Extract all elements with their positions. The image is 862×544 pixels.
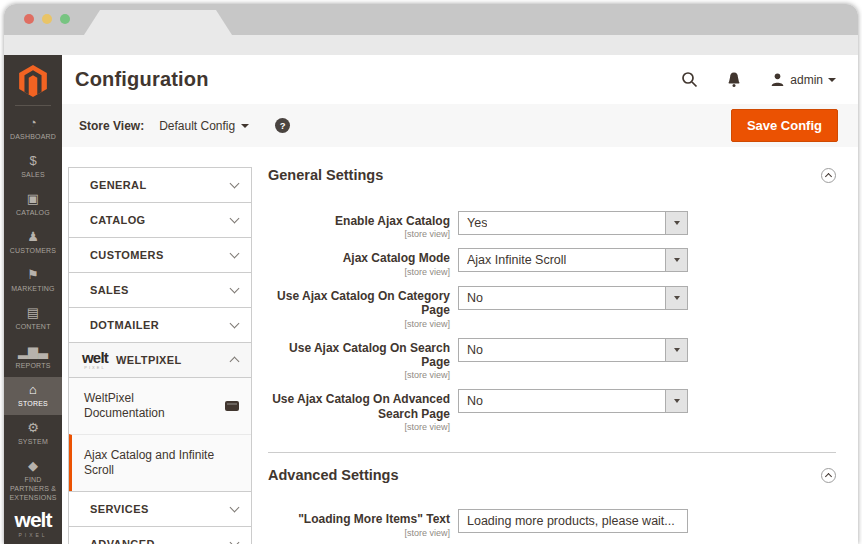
field-row: Enable Ajax Catalog [store view] Yes [268, 211, 836, 239]
layout-icon: ▤ [27, 306, 39, 320]
config-nav-advanced[interactable]: ADVANCED [69, 527, 251, 544]
select-use-ajax-catalog-on-category-page[interactable]: No [458, 286, 688, 310]
config-nav-sales[interactable]: SALES [69, 273, 251, 308]
chevron-icon [230, 179, 240, 189]
sidebar-item-marketing[interactable]: ⚑ MARKETING [4, 262, 62, 300]
config-nav-dotmailer[interactable]: DOTMAILER [69, 308, 251, 343]
browser-window: ◔ DASHBOARD $ SALES ▣ CATALOG ♟ CUSTOMER… [4, 4, 858, 544]
dropdown-caret-button[interactable] [665, 212, 687, 234]
collapse-section-button[interactable] [821, 468, 836, 483]
select-ajax-catalog-mode[interactable]: Ajax Infinite Scroll [458, 248, 688, 272]
dropdown-caret-button[interactable] [665, 339, 687, 361]
field-scope: [store view] [268, 267, 450, 277]
traffic-close[interactable] [24, 14, 34, 24]
config-nav: GENERAL CATALOG CUSTOMERS [68, 167, 252, 544]
notifications-bell-icon[interactable] [726, 71, 742, 88]
field-row: Ajax Catalog Mode [store view] Ajax Infi… [268, 248, 836, 276]
config-nav-weltpixel-documentation[interactable]: WeltPixel Documentation [69, 378, 251, 434]
caret-down-icon [674, 258, 680, 262]
chevron-up-icon [825, 473, 832, 480]
video-icon [225, 401, 239, 411]
sidebar-nav: ◔ DASHBOARD $ SALES ▣ CATALOG ♟ CUSTOMER… [4, 110, 62, 509]
magento-admin: ◔ DASHBOARD $ SALES ▣ CATALOG ♟ CUSTOMER… [4, 55, 858, 544]
chevron-icon [230, 319, 240, 329]
gauge-icon: ◔ [29, 116, 37, 130]
chevron-icon [230, 284, 240, 294]
field-row: Use Ajax Catalog On Category Page [store… [268, 286, 836, 329]
search-icon[interactable] [681, 71, 698, 88]
storefront-icon: ⌂ [29, 383, 37, 397]
chevron-icon [230, 357, 240, 367]
config-nav-catalog[interactable]: CATALOG [69, 203, 251, 238]
field-scope: [store view] [268, 229, 450, 239]
select-value: No [467, 291, 483, 305]
dollar-icon: $ [29, 154, 36, 168]
sidebar-item-dashboard[interactable]: ◔ DASHBOARD [4, 110, 62, 148]
traffic-minimize[interactable] [42, 14, 52, 24]
field-row: Use Ajax Catalog On Advanced Search Page… [268, 389, 836, 432]
admin-username: admin [790, 73, 823, 87]
sidebar-item-find-partners[interactable]: ◆ FIND PARTNERS & EXTENSIONS [4, 453, 62, 509]
field-label: "Loading More Items" Text [268, 512, 450, 526]
dropdown-caret-button[interactable] [665, 390, 687, 412]
caret-down-icon [674, 348, 680, 352]
page-body: GENERAL CATALOG CUSTOMERS [62, 147, 858, 544]
traffic-maximize[interactable] [60, 14, 70, 24]
config-nav-general[interactable]: GENERAL [69, 168, 251, 203]
sidebar-item-catalog[interactable]: ▣ CATALOG [4, 186, 62, 224]
sidebar-item-customers[interactable]: ♟ CUSTOMERS [4, 224, 62, 262]
settings-panel: General Settings Enable Ajax Catalog [st… [268, 167, 844, 544]
collapse-section-button[interactable] [821, 168, 836, 183]
magento-logo-icon[interactable] [19, 65, 47, 97]
chevron-down-icon [828, 78, 836, 82]
screenshot: ◔ DASHBOARD $ SALES ▣ CATALOG ♟ CUSTOMER… [0, 0, 862, 544]
sidebar-item-sales[interactable]: $ SALES [4, 148, 62, 186]
section-general-settings: General Settings Enable Ajax Catalog [st… [268, 167, 836, 432]
sidebar-item-content[interactable]: ▤ CONTENT [4, 300, 62, 338]
chevron-icon [230, 214, 240, 224]
field-label: Use Ajax Catalog On Search Page [268, 341, 450, 370]
select-value: Ajax Infinite Scroll [467, 253, 566, 267]
browser-titlebar [4, 4, 858, 35]
person-icon: ♟ [27, 230, 39, 244]
page-actions-toolbar: Store View: Default Config ? Save Config [62, 104, 858, 147]
chevron-down-icon [241, 124, 249, 128]
field-scope: [store view] [268, 528, 450, 538]
admin-sidebar: ◔ DASHBOARD $ SALES ▣ CATALOG ♟ CUSTOMER… [4, 55, 62, 544]
browser-tab[interactable] [84, 10, 232, 35]
sidebar-item-stores[interactable]: ⌂ STORES [4, 377, 62, 415]
field-scope: [store view] [268, 370, 450, 380]
sidebar-item-reports[interactable]: ▂▆▃ REPORTS [4, 339, 62, 377]
select-use-ajax-catalog-on-advanced-search-page[interactable]: No [458, 389, 688, 413]
main-panel: Configuration [62, 55, 858, 544]
dropdown-caret-button[interactable] [665, 249, 687, 271]
sidebar-item-system[interactable]: ⚙ SYSTEM [4, 415, 62, 453]
section-title: General Settings [268, 167, 383, 183]
select-value: No [467, 343, 483, 357]
select-enable-ajax-catalog[interactable]: Yes [458, 211, 688, 235]
select-use-ajax-catalog-on-search-page[interactable]: No [458, 338, 688, 362]
bar-chart-icon: ▂▆▃ [18, 345, 48, 359]
box-icon: ▣ [27, 192, 39, 206]
select-value: No [467, 394, 483, 408]
field-label: Use Ajax Catalog On Category Page [268, 289, 450, 318]
help-icon[interactable]: ? [275, 118, 290, 133]
save-config-button[interactable]: Save Config [731, 109, 838, 142]
dropdown-caret-button[interactable] [665, 287, 687, 309]
config-nav-services[interactable]: SERVICES [69, 492, 251, 527]
field-label: Enable Ajax Catalog [268, 214, 450, 228]
store-view-switcher[interactable]: Default Config [159, 119, 249, 133]
section-divider [268, 452, 836, 453]
admin-user-menu[interactable]: admin [770, 72, 836, 87]
config-nav-customers[interactable]: CUSTOMERS [69, 238, 251, 273]
field-label: Use Ajax Catalog On Advanced Search Page [268, 392, 450, 421]
config-nav-weltpixel[interactable]: welt PIXEL WELTPIXEL [69, 343, 251, 378]
weltpixel-sidebar-logo: welt PIXEL [15, 509, 52, 538]
input-loading-more-items-text[interactable] [458, 509, 688, 533]
field-scope: [store view] [268, 319, 450, 329]
caret-down-icon [674, 221, 680, 225]
browser-addressbar[interactable] [4, 35, 858, 55]
chevron-icon [230, 538, 240, 544]
section-title: Advanced Settings [268, 467, 399, 483]
config-nav-ajax-catalog-and-infinite-scroll[interactable]: Ajax Catalog and Infinite Scroll [69, 434, 251, 491]
